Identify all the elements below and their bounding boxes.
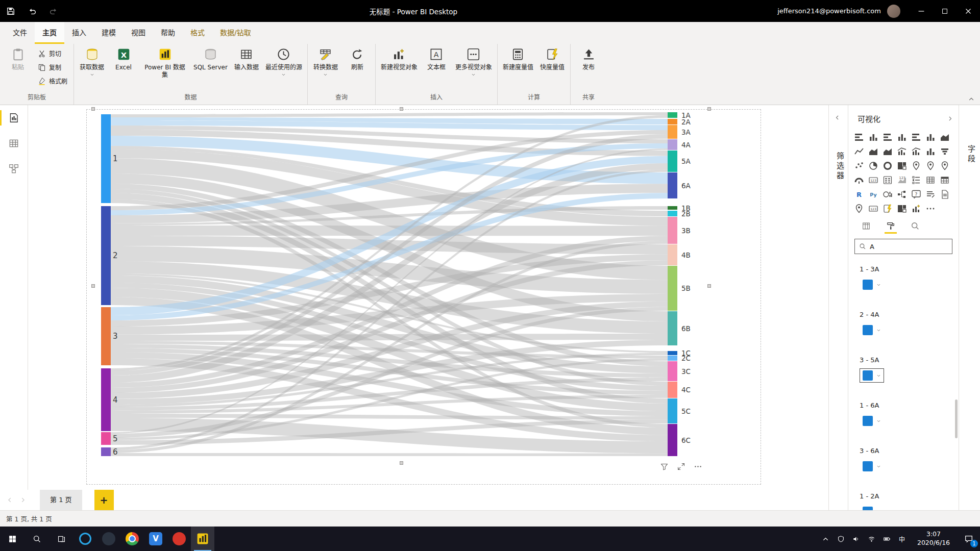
ribbon-button-获取数据[interactable]: 获取数据 xyxy=(76,46,108,77)
ribbon-tab-视图[interactable]: 视图 xyxy=(124,22,153,44)
sankey-node-5A[interactable] xyxy=(668,151,677,172)
table-icon[interactable] xyxy=(923,173,937,187)
taskbar-search-icon[interactable] xyxy=(24,527,49,551)
filled-map-icon[interactable] xyxy=(923,159,937,172)
format-search-input[interactable] xyxy=(870,243,957,251)
ribbon-button-SQL Server[interactable]: SQL Server xyxy=(190,46,231,71)
ribbon-button-发布[interactable]: 发布 xyxy=(573,46,604,71)
waterfall-chart-icon[interactable] xyxy=(923,144,937,158)
stacked-area-chart-icon[interactable] xyxy=(880,144,894,158)
tray-hidden-icons-icon[interactable] xyxy=(818,527,833,551)
import-visual-icon[interactable] xyxy=(909,202,923,215)
sankey-node-2B[interactable] xyxy=(668,211,677,216)
taskbar-clock[interactable]: 3:07 2020/6/16 xyxy=(912,530,955,547)
taskbar-app-app-record-red[interactable] xyxy=(167,527,191,551)
ribbon-button-转换数据[interactable]: 转换数据 xyxy=(310,46,341,77)
taskbar-app-power-bi-desktop[interactable] xyxy=(191,527,214,551)
ribbon-button-Excel[interactable]: XExcel xyxy=(108,46,139,71)
ribbon-button-输入数据[interactable]: 输入数据 xyxy=(231,46,262,71)
arcgis-map-icon[interactable] xyxy=(852,202,866,215)
ribbon-tab-帮助[interactable]: 帮助 xyxy=(153,22,183,44)
scatter-chart-icon[interactable] xyxy=(852,159,866,172)
stacked-column-chart-icon[interactable] xyxy=(866,130,880,144)
account-avatar[interactable] xyxy=(887,5,900,18)
more-visuals-icon[interactable] xyxy=(923,202,937,215)
visual-focus-mode-icon[interactable] xyxy=(677,462,685,471)
page-tab[interactable]: 第 1 页 xyxy=(40,490,82,510)
close-button[interactable] xyxy=(957,0,980,22)
sidebar-model-view[interactable] xyxy=(0,156,28,182)
pane-tab-format[interactable] xyxy=(886,221,895,234)
ribbon-button-Power BI 数据集[interactable]: Power BI 数据集 xyxy=(139,46,190,79)
tray-input-method[interactable]: 中 xyxy=(894,527,910,551)
color-picker-dropdown[interactable] xyxy=(860,323,884,337)
sidebar-report-view[interactable] xyxy=(0,105,28,131)
previous-page-icon[interactable] xyxy=(6,496,13,504)
ribbon-tab-文件[interactable]: 文件 xyxy=(5,22,35,44)
pane-scrollbar[interactable] xyxy=(955,399,958,438)
decomposition-tree-icon[interactable] xyxy=(895,187,909,201)
shape-map-icon[interactable] xyxy=(938,159,951,172)
selection-handle[interactable] xyxy=(707,284,711,288)
tray-security-icon[interactable] xyxy=(833,527,848,551)
sankey-node-6C[interactable] xyxy=(668,424,677,456)
ribbon-tab-数据/钻取[interactable]: 数据/钻取 xyxy=(212,22,259,44)
sankey-link-6-6C[interactable] xyxy=(111,453,668,456)
sankey-node-2C[interactable] xyxy=(668,356,677,361)
color-picker-dropdown[interactable] xyxy=(860,459,884,473)
ribbon-button-最近使用的源[interactable]: 最近使用的源 xyxy=(262,46,305,77)
sankey-node-5[interactable] xyxy=(101,432,111,445)
donut-chart-icon[interactable] xyxy=(880,159,894,172)
ribbon-tab-主页[interactable]: 主页 xyxy=(35,22,64,44)
ribbon-button-新建视觉对象[interactable]: 新建视觉对象 xyxy=(378,46,421,71)
sankey-node-1A[interactable] xyxy=(668,112,677,118)
gauge-icon[interactable] xyxy=(852,173,866,187)
visual-more-options-icon[interactable] xyxy=(694,462,702,471)
color-picker-dropdown[interactable] xyxy=(860,414,884,428)
slicer-icon[interactable] xyxy=(909,173,923,187)
taskbar-app-google-chrome[interactable] xyxy=(120,527,144,551)
paginated-report-icon[interactable] xyxy=(938,187,951,201)
ribbon-button-更多视觉对象[interactable]: 更多视觉对象 xyxy=(452,46,495,77)
smart-narrative-icon[interactable] xyxy=(923,187,937,201)
sankey-node-4[interactable] xyxy=(101,368,111,431)
clustered-column-chart-icon[interactable] xyxy=(895,130,909,144)
pie-chart-icon[interactable] xyxy=(866,159,880,172)
expand-filters-icon[interactable] xyxy=(834,114,841,121)
maximize-button[interactable] xyxy=(933,0,957,22)
color-picker-dropdown[interactable] xyxy=(860,368,884,383)
selection-handle[interactable] xyxy=(91,107,95,111)
sankey-node-6A[interactable] xyxy=(668,172,677,198)
sankey-visual[interactable]: 1234561A2A3A4A5A6A1B2B3B4B5B6B1C2C3C4C5C… xyxy=(28,105,828,490)
sankey-node-1[interactable] xyxy=(101,114,111,203)
line-chart-icon[interactable] xyxy=(852,144,866,158)
multi-row-card-icon[interactable] xyxy=(880,173,894,187)
funnel-chart-icon[interactable] xyxy=(938,144,951,158)
sidebar-data-view[interactable] xyxy=(0,131,28,156)
line-and-stacked-column-chart-icon[interactable] xyxy=(895,144,909,158)
sankey-node-4C[interactable] xyxy=(668,382,677,398)
kpi-icon[interactable]: 123 xyxy=(895,173,909,187)
action-center-icon[interactable]: 1 xyxy=(958,527,980,551)
pane-tab-analytics[interactable] xyxy=(911,221,920,234)
ribbon-tab-格式[interactable]: 格式 xyxy=(183,22,212,44)
add-page-button[interactable]: + xyxy=(94,490,114,510)
filters-pane-collapsed[interactable]: 筛选器 xyxy=(828,105,848,510)
ribbon-button-新建度量值[interactable]: 新建度量值 xyxy=(500,46,536,71)
treemap-icon[interactable] xyxy=(895,159,909,172)
color-picker-dropdown[interactable] xyxy=(860,505,884,510)
sankey-link-1-1A[interactable] xyxy=(111,112,668,117)
100-stacked-column-chart-icon[interactable] xyxy=(923,130,937,144)
sankey-node-3[interactable] xyxy=(101,307,111,365)
redo-icon[interactable] xyxy=(43,0,64,22)
account-email[interactable]: jefferson214@powerbisoft.com xyxy=(777,7,881,15)
sankey-node-3C[interactable] xyxy=(668,361,677,381)
key-influencers-icon[interactable] xyxy=(880,187,894,201)
selection-handle[interactable] xyxy=(707,107,711,111)
start-button[interactable] xyxy=(0,527,24,551)
line-and-clustered-column-chart-icon[interactable] xyxy=(909,144,923,158)
sankey-node-3B[interactable] xyxy=(668,217,677,244)
color-picker-dropdown[interactable] xyxy=(860,278,884,292)
fields-pane-collapsed[interactable]: 字段 xyxy=(959,105,980,510)
minimize-button[interactable] xyxy=(910,0,933,22)
